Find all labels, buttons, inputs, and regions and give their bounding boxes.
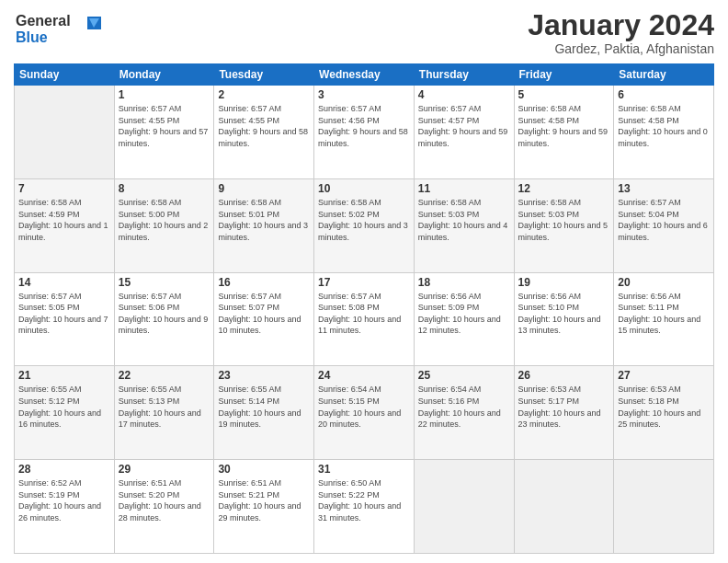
sunrise: Sunrise: 6:57 AM (18, 291, 110, 303)
sunrise: Sunrise: 6:58 AM (318, 197, 410, 209)
day-number: 18 (418, 276, 510, 289)
calendar-cell (414, 460, 514, 554)
sunrise: Sunrise: 6:54 AM (418, 384, 510, 396)
day-info: Sunrise: 6:54 AM Sunset: 5:15 PM Dayligh… (318, 384, 410, 430)
sunset: Sunset: 4:55 PM (119, 115, 210, 127)
daylight: Daylight: 10 hours and 13 minutes. (518, 314, 610, 337)
col-thursday: Thursday (414, 64, 514, 86)
sunset: Sunset: 5:09 PM (418, 302, 510, 314)
calendar-cell: 26 Sunrise: 6:53 AM Sunset: 5:17 PM Dayl… (514, 366, 614, 460)
day-info: Sunrise: 6:53 AM Sunset: 5:18 PM Dayligh… (618, 384, 710, 430)
calendar-cell: 3 Sunrise: 6:57 AM Sunset: 4:56 PM Dayli… (314, 86, 415, 179)
sunset: Sunset: 4:55 PM (218, 115, 310, 127)
daylight: Daylight: 10 hours and 22 minutes. (418, 408, 510, 431)
sunset: Sunset: 5:18 PM (618, 396, 710, 408)
sunset: Sunset: 5:21 PM (218, 489, 310, 501)
daylight: Daylight: 10 hours and 12 minutes. (418, 314, 510, 337)
sunrise: Sunrise: 6:56 AM (618, 291, 710, 303)
day-number: 11 (418, 182, 510, 195)
sunset: Sunset: 5:07 PM (218, 302, 310, 314)
calendar-cell: 18 Sunrise: 6:56 AM Sunset: 5:09 PM Dayl… (414, 272, 514, 366)
calendar-cell: 31 Sunrise: 6:50 AM Sunset: 5:22 PM Dayl… (314, 460, 415, 554)
sunrise: Sunrise: 6:51 AM (119, 477, 210, 489)
day-number: 6 (618, 88, 710, 101)
day-number: 9 (218, 182, 310, 195)
day-info: Sunrise: 6:56 AM Sunset: 5:11 PM Dayligh… (618, 291, 710, 337)
calendar-cell (15, 86, 115, 179)
sunrise: Sunrise: 6:55 AM (218, 384, 310, 396)
week-row-2: 14 Sunrise: 6:57 AM Sunset: 5:05 PM Dayl… (15, 272, 714, 366)
daylight: Daylight: 10 hours and 1 minute. (18, 220, 110, 243)
day-number: 17 (318, 276, 410, 289)
sunset: Sunset: 5:17 PM (518, 396, 610, 408)
sunset: Sunset: 5:00 PM (119, 209, 210, 221)
sunset: Sunset: 5:20 PM (119, 489, 210, 501)
sunrise: Sunrise: 6:53 AM (618, 384, 710, 396)
day-info: Sunrise: 6:58 AM Sunset: 5:03 PM Dayligh… (418, 197, 510, 243)
svg-text:General: General (16, 13, 71, 29)
sunset: Sunset: 5:03 PM (518, 209, 610, 221)
sunrise: Sunrise: 6:50 AM (318, 477, 410, 489)
day-info: Sunrise: 6:58 AM Sunset: 4:58 PM Dayligh… (618, 103, 710, 149)
day-info: Sunrise: 6:57 AM Sunset: 4:57 PM Dayligh… (418, 103, 510, 149)
logo: General Blue (14, 9, 115, 52)
title-block: January 2024 Gardez, Paktia, Afghanistan (528, 9, 714, 56)
day-number: 22 (119, 369, 210, 382)
day-number: 3 (318, 88, 410, 101)
sunrise: Sunrise: 6:57 AM (119, 291, 210, 303)
calendar-cell: 17 Sunrise: 6:57 AM Sunset: 5:08 PM Dayl… (314, 272, 415, 366)
day-number: 14 (18, 276, 110, 289)
calendar-cell: 6 Sunrise: 6:58 AM Sunset: 4:58 PM Dayli… (614, 86, 714, 179)
day-info: Sunrise: 6:58 AM Sunset: 4:59 PM Dayligh… (18, 197, 110, 243)
daylight: Daylight: 10 hours and 29 minutes. (218, 500, 310, 523)
day-number: 26 (518, 369, 610, 382)
daylight: Daylight: 10 hours and 16 minutes. (18, 408, 110, 431)
day-number: 5 (518, 88, 610, 101)
sunrise: Sunrise: 6:57 AM (318, 291, 410, 303)
calendar-cell: 19 Sunrise: 6:56 AM Sunset: 5:10 PM Dayl… (514, 272, 614, 366)
sunset: Sunset: 5:01 PM (218, 209, 310, 221)
sunrise: Sunrise: 6:52 AM (18, 477, 110, 489)
day-number: 15 (119, 276, 210, 289)
day-info: Sunrise: 6:55 AM Sunset: 5:14 PM Dayligh… (218, 384, 310, 430)
sunrise: Sunrise: 6:58 AM (518, 103, 610, 115)
day-info: Sunrise: 6:53 AM Sunset: 5:17 PM Dayligh… (518, 384, 610, 430)
sunrise: Sunrise: 6:57 AM (218, 103, 310, 115)
sunset: Sunset: 5:22 PM (318, 489, 410, 501)
sunset: Sunset: 4:59 PM (18, 209, 110, 221)
sunrise: Sunrise: 6:56 AM (518, 291, 610, 303)
sunrise: Sunrise: 6:57 AM (618, 197, 710, 209)
day-info: Sunrise: 6:57 AM Sunset: 4:55 PM Dayligh… (119, 103, 210, 149)
calendar-cell: 2 Sunrise: 6:57 AM Sunset: 4:55 PM Dayli… (214, 86, 314, 179)
sunrise: Sunrise: 6:58 AM (618, 103, 710, 115)
sunrise: Sunrise: 6:58 AM (218, 197, 310, 209)
sunset: Sunset: 5:11 PM (618, 302, 710, 314)
day-number: 1 (119, 88, 210, 101)
day-info: Sunrise: 6:55 AM Sunset: 5:12 PM Dayligh… (18, 384, 110, 430)
sunrise: Sunrise: 6:57 AM (119, 103, 210, 115)
day-info: Sunrise: 6:58 AM Sunset: 4:58 PM Dayligh… (518, 103, 610, 149)
day-number: 27 (618, 369, 710, 382)
calendar-cell: 21 Sunrise: 6:55 AM Sunset: 5:12 PM Dayl… (15, 366, 115, 460)
day-info: Sunrise: 6:55 AM Sunset: 5:13 PM Dayligh… (119, 384, 210, 430)
day-info: Sunrise: 6:51 AM Sunset: 5:20 PM Dayligh… (119, 477, 210, 523)
day-number: 25 (418, 369, 510, 382)
day-info: Sunrise: 6:57 AM Sunset: 4:56 PM Dayligh… (318, 103, 410, 149)
day-number: 23 (218, 369, 310, 382)
col-saturday: Saturday (614, 64, 714, 86)
day-number: 28 (18, 463, 110, 476)
daylight: Daylight: 10 hours and 31 minutes. (318, 500, 410, 523)
daylight: Daylight: 10 hours and 0 minutes. (618, 126, 710, 149)
daylight: Daylight: 10 hours and 19 minutes. (218, 408, 310, 431)
day-info: Sunrise: 6:54 AM Sunset: 5:16 PM Dayligh… (418, 384, 510, 430)
calendar-cell: 20 Sunrise: 6:56 AM Sunset: 5:11 PM Dayl… (614, 272, 714, 366)
week-row-4: 28 Sunrise: 6:52 AM Sunset: 5:19 PM Dayl… (15, 460, 714, 554)
day-number: 20 (618, 276, 710, 289)
sunrise: Sunrise: 6:55 AM (18, 384, 110, 396)
day-number: 30 (218, 463, 310, 476)
sunrise: Sunrise: 6:53 AM (518, 384, 610, 396)
sunset: Sunset: 5:02 PM (318, 209, 410, 221)
sunset: Sunset: 4:56 PM (318, 115, 410, 127)
col-monday: Monday (114, 64, 214, 86)
sunset: Sunset: 4:57 PM (418, 115, 510, 127)
